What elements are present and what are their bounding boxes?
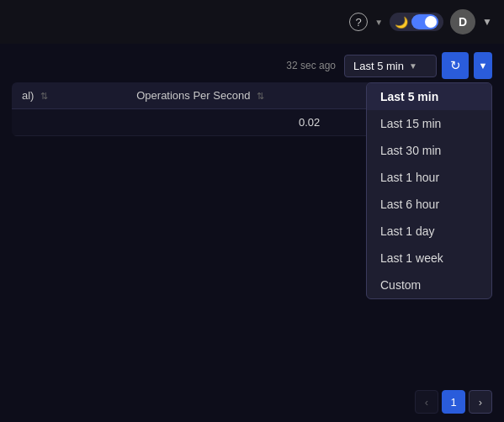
next-icon: ›: [479, 396, 482, 409]
dropdown-item[interactable]: Last 6 hour: [367, 191, 491, 218]
dropdown-item[interactable]: Custom: [367, 272, 491, 298]
prev-page-button[interactable]: ‹: [415, 390, 438, 414]
moon-icon: 🌙: [395, 16, 408, 29]
refresh-button[interactable]: ↻: [442, 52, 469, 79]
time-range-select[interactable]: Last 5 min ▼: [344, 55, 437, 77]
next-page-button[interactable]: ›: [469, 390, 492, 414]
refresh-dropdown-button[interactable]: ▼: [474, 52, 492, 79]
dropdown-item[interactable]: Last 1 week: [367, 245, 491, 272]
refresh-icon: ↻: [450, 58, 461, 73]
chevron-down-icon-time: ▼: [409, 61, 417, 71]
chevron-down-icon-refresh: ▼: [479, 61, 488, 71]
sort-icon-1: ⇅: [40, 91, 48, 102]
sort-icon-2: ⇅: [257, 91, 264, 102]
dropdown-item[interactable]: Last 1 day: [367, 218, 491, 245]
chevron-down-icon-user: ▼: [482, 16, 492, 28]
user-avatar-button[interactable]: D: [450, 9, 475, 34]
chevron-down-icon: ▼: [374, 18, 383, 27]
dropdown-item[interactable]: Last 5 min: [367, 83, 491, 110]
dropdown-toggle-help[interactable]: ▼: [374, 18, 383, 27]
page-number: 1: [450, 396, 456, 409]
dropdown-item[interactable]: Last 30 min: [367, 137, 491, 164]
main-content: 32 sec ago Last 5 min ▼ ↻ ▼ Last 5 minLa…: [0, 44, 504, 422]
help-icon: ?: [349, 13, 368, 31]
time-range-label: Last 5 min: [353, 60, 404, 72]
theme-toggle-container: 🌙: [390, 13, 443, 31]
table-cell-1: [12, 109, 126, 136]
user-dropdown-button[interactable]: ▼: [482, 16, 492, 28]
current-page-button[interactable]: 1: [442, 390, 465, 414]
timestamp: 32 sec ago: [286, 60, 336, 71]
col-header-1: al) ⇅: [12, 82, 126, 109]
topbar: ? ▼ 🌙 D ▼: [0, 0, 504, 44]
dropdown-item[interactable]: Last 1 hour: [367, 164, 491, 191]
pagination: ‹ 1 ›: [0, 382, 504, 422]
user-initial: D: [459, 15, 467, 29]
prev-icon: ‹: [425, 396, 428, 409]
theme-toggle[interactable]: [411, 14, 438, 29]
time-range-dropdown: Last 5 minLast 15 minLast 30 minLast 1 h…: [366, 82, 492, 299]
help-button[interactable]: ?: [349, 13, 368, 31]
dropdown-item[interactable]: Last 15 min: [367, 110, 491, 137]
toolbar: 32 sec ago Last 5 min ▼ ↻ ▼: [0, 44, 504, 82]
